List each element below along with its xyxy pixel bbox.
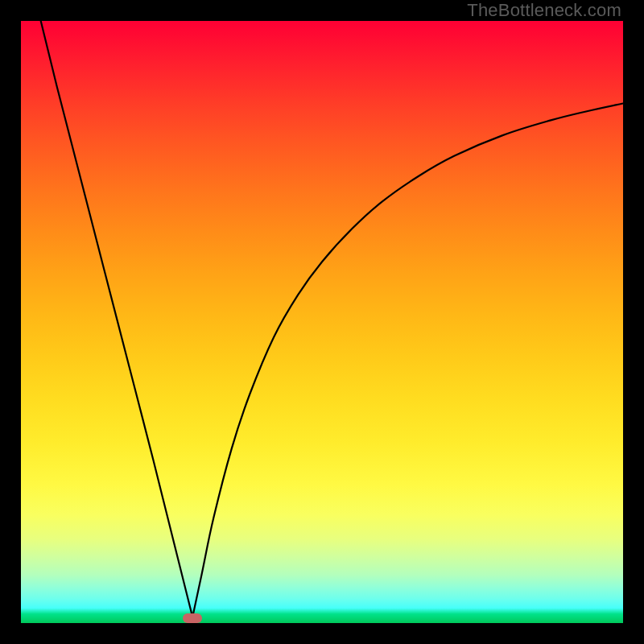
curve-svg [21, 21, 623, 623]
watermark-text: TheBottleneck.com [467, 0, 621, 21]
curve-right-branch [192, 103, 623, 617]
chart-frame: TheBottleneck.com [0, 0, 644, 644]
optimum-marker [183, 613, 202, 623]
curve-left-branch [41, 21, 192, 617]
plot-area [21, 21, 623, 623]
